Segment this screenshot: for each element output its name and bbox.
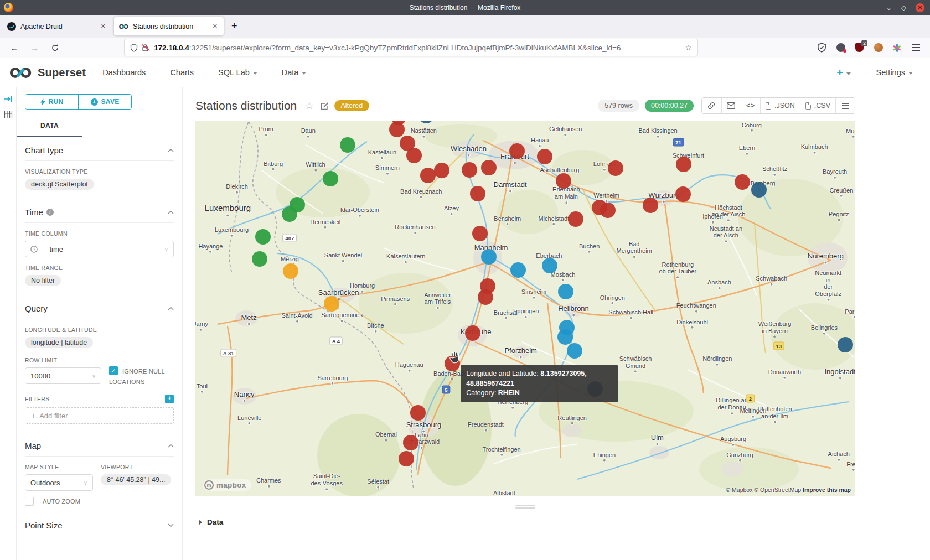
scatter-point[interactable] (324, 296, 339, 312)
ignore-null-checkbox-row[interactable]: ✓ IGNORE NULL LOCATIONS (109, 350, 174, 387)
copy-link-button[interactable] (702, 98, 721, 113)
add-filter-box[interactable]: + Add filter (25, 407, 174, 424)
section-query[interactable]: Query (25, 295, 174, 319)
run-button[interactable]: RUN (25, 95, 78, 109)
scatter-point[interactable] (510, 262, 526, 278)
scatter-point[interactable] (643, 198, 658, 213)
ublock-extension-icon[interactable]: 2 (854, 43, 865, 53)
scatter-point[interactable] (608, 160, 623, 176)
shield-check-extension-icon[interactable] (817, 43, 827, 53)
scatter-point[interactable] (418, 121, 434, 123)
scatter-point[interactable] (255, 229, 271, 245)
dataset-grid-icon[interactable] (4, 110, 13, 119)
scatter-point[interactable] (323, 171, 338, 186)
scatter-point[interactable] (675, 186, 691, 202)
scatter-point[interactable] (481, 160, 497, 175)
window-minimize-icon[interactable]: ⌄ (886, 4, 892, 12)
scatter-point[interactable] (751, 182, 767, 198)
superset-brand[interactable]: Superset (9, 66, 86, 80)
scatter-point[interactable] (462, 162, 477, 178)
nav-item-sql-lab[interactable]: SQL Lab (218, 68, 257, 77)
section-time[interactable]: Timei (25, 199, 174, 223)
nav-item-data[interactable]: Data (282, 68, 307, 77)
reload-icon[interactable] (51, 44, 59, 52)
scatter-point[interactable] (600, 203, 616, 218)
window-close-icon[interactable]: ✕ (916, 3, 924, 12)
deckgl-map[interactable]: PrümDaunNastättenGelnhausenBad Kissingen… (195, 121, 855, 496)
save-button[interactable]: + SAVE (78, 95, 131, 109)
scatter-point[interactable] (556, 173, 571, 189)
viewport-value[interactable]: 8° 46' 45.28" | 49... (101, 474, 171, 485)
scatter-point[interactable] (481, 249, 497, 265)
bookmark-star-icon[interactable]: ☆ (685, 43, 692, 52)
browser-menu-icon[interactable] (911, 43, 921, 53)
section-chart-type[interactable]: Chart type (25, 137, 174, 161)
add-filter-plus-button[interactable]: + (165, 395, 174, 403)
lonlat-value[interactable]: longitude | latitude (25, 337, 93, 348)
tracking-shield-icon[interactable] (130, 44, 138, 52)
scatter-point[interactable] (472, 226, 488, 241)
scatter-point[interactable] (470, 186, 485, 201)
scatter-point[interactable] (434, 163, 450, 178)
tab-close-icon[interactable]: ✕ (211, 22, 219, 31)
insecure-lock-icon[interactable] (142, 44, 149, 52)
scatter-point[interactable] (568, 211, 583, 227)
scatter-point[interactable] (676, 157, 691, 172)
back-button-icon[interactable]: ← (10, 43, 18, 53)
nav-item-charts[interactable]: Charts (170, 68, 194, 77)
scatter-point[interactable] (340, 137, 355, 153)
url-bar[interactable]: 172.18.0.4 :32251/superset/explore/?form… (125, 39, 698, 56)
window-maximize-icon[interactable]: ◇ (901, 4, 906, 12)
time-column-select[interactable]: __time ∨ (25, 241, 174, 257)
scatter-point[interactable] (567, 343, 582, 359)
cookie-extension-icon[interactable] (873, 43, 884, 53)
scatter-point[interactable] (403, 435, 418, 450)
scatter-point[interactable] (557, 329, 573, 345)
scatter-point[interactable] (399, 451, 414, 466)
scatter-point[interactable] (420, 168, 436, 183)
scatter-point[interactable] (283, 263, 298, 279)
container-mask-icon[interactable] (835, 43, 846, 53)
time-range-value[interactable]: No filter (25, 275, 61, 286)
viz-type-value[interactable]: deck.gl Scatterplot (25, 179, 94, 190)
altered-badge[interactable]: Altered (334, 100, 370, 111)
export-csv-button[interactable]: .CSV (800, 98, 835, 113)
row-limit-select[interactable]: 10000 ∨ (25, 367, 101, 384)
section-map[interactable]: Map (25, 433, 174, 457)
forward-button-icon[interactable]: → (30, 43, 39, 53)
scatter-point[interactable] (406, 148, 422, 163)
checkbox-checked-icon[interactable]: ✓ (109, 366, 118, 375)
scatter-point[interactable] (478, 289, 493, 305)
email-button[interactable] (721, 98, 741, 113)
nav-item-dashboards[interactable]: Dashboards (102, 68, 146, 77)
tab-data[interactable]: DATA (17, 116, 82, 137)
chart-menu-button[interactable] (835, 98, 855, 113)
pinwheel-extension-icon[interactable] (892, 43, 902, 53)
panel-resize-handle[interactable] (515, 505, 535, 509)
checkbox-unchecked-icon[interactable] (25, 497, 34, 506)
embed-code-button[interactable]: <> (741, 98, 760, 113)
scatter-point[interactable] (735, 174, 750, 190)
new-item-button[interactable]: + (836, 66, 850, 79)
scatter-point[interactable] (282, 206, 297, 222)
map-attribution[interactable]: © Mapbox © OpenStreetMap Improve this ma… (726, 486, 851, 493)
expand-panel-icon[interactable] (4, 95, 13, 103)
scatter-point[interactable] (410, 405, 426, 421)
scatter-point[interactable] (838, 337, 853, 352)
scatter-point[interactable] (558, 284, 574, 299)
scatter-point[interactable] (509, 143, 525, 159)
new-tab-button[interactable]: + (226, 20, 243, 32)
settings-menu[interactable]: Settings (876, 68, 913, 77)
section-point-size[interactable]: Point Size (25, 512, 174, 536)
export-json-button[interactable]: .JSON (760, 98, 800, 113)
auto-zoom-row[interactable]: AUTO ZOOM (25, 497, 174, 506)
tab-apache-druid[interactable]: Apache Druid ✕ (2, 17, 112, 35)
scatter-point[interactable] (252, 251, 267, 267)
mapbox-logo[interactable]: m mapbox (203, 479, 251, 491)
map-style-select[interactable]: Outdoors ∨ (25, 474, 93, 491)
scatter-point[interactable] (465, 325, 480, 341)
edit-pencil-icon[interactable] (321, 102, 329, 110)
tab-stations-distribution[interactable]: Stations distribution ✕ (114, 17, 224, 35)
tab-close-icon[interactable]: ✕ (100, 22, 107, 31)
scatter-point[interactable] (542, 258, 557, 273)
